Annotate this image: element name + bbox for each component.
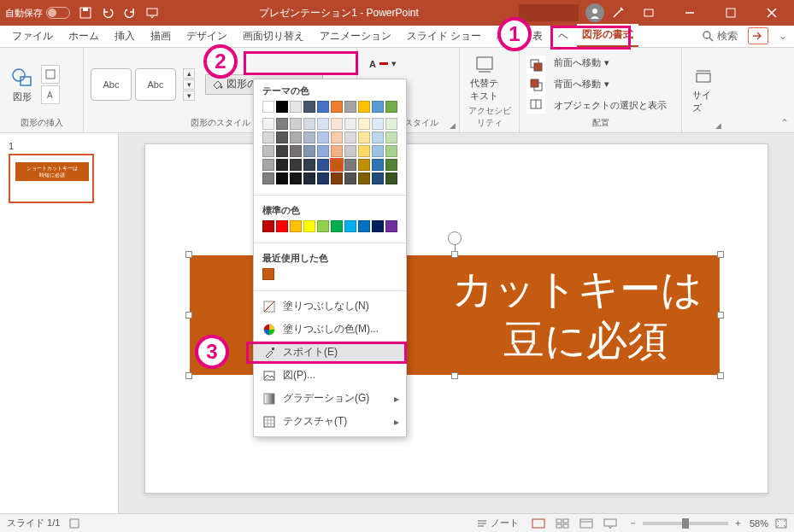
color-swatch[interactable] (290, 159, 302, 171)
coming-soon-icon[interactable] (611, 6, 625, 20)
color-swatch[interactable] (303, 132, 315, 143)
autosave-toggle[interactable]: 自動保存 (5, 7, 70, 20)
color-swatch[interactable] (344, 132, 356, 143)
color-swatch[interactable] (385, 132, 397, 143)
color-swatch[interactable] (344, 118, 356, 130)
share-button[interactable] (748, 27, 768, 44)
color-swatch[interactable] (290, 101, 302, 113)
color-swatch[interactable] (317, 159, 329, 171)
resize-handle[interactable] (451, 372, 458, 379)
color-swatch[interactable] (331, 145, 343, 157)
color-swatch[interactable] (262, 268, 274, 280)
color-swatch[interactable] (358, 132, 370, 143)
save-icon[interactable] (79, 6, 92, 20)
tab-design[interactable]: デザイン (179, 26, 234, 47)
color-swatch[interactable] (290, 220, 302, 232)
style-preview-2[interactable]: Abc (135, 68, 176, 101)
thumbnail-pane[interactable]: 1 ショートカットキーは 時短に必須 (0, 133, 119, 513)
color-swatch[interactable] (262, 145, 274, 157)
tab-shape-format[interactable]: 図形の書式 (577, 24, 638, 47)
resize-handle[interactable] (717, 312, 724, 319)
color-swatch[interactable] (344, 172, 356, 184)
color-swatch[interactable] (317, 172, 329, 184)
minimize-button[interactable] (673, 0, 707, 26)
color-swatch[interactable] (276, 220, 288, 232)
eyedropper-item[interactable]: スポイト(E) (254, 341, 406, 364)
color-swatch[interactable] (262, 220, 274, 232)
color-swatch[interactable] (331, 172, 343, 184)
gallery-more-icon[interactable]: ▾ (183, 91, 195, 101)
color-swatch[interactable] (358, 220, 370, 232)
color-swatch[interactable] (317, 132, 329, 143)
color-swatch[interactable] (358, 172, 370, 184)
color-swatch[interactable] (276, 101, 288, 113)
redo-icon[interactable] (123, 6, 137, 20)
spellcheck-icon[interactable] (68, 517, 80, 529)
color-swatch[interactable] (276, 145, 288, 157)
texture-fill-item[interactable]: テクスチャ(T)▸ (254, 410, 406, 433)
size-button[interactable]: サイズ (689, 67, 718, 116)
color-swatch[interactable] (317, 145, 329, 157)
resize-handle[interactable] (185, 251, 192, 258)
color-swatch[interactable] (303, 172, 315, 184)
slideshow-view-icon[interactable] (601, 517, 620, 530)
slide-canvas-area[interactable]: カットキーは 豆に必須 (119, 133, 794, 513)
color-swatch[interactable] (372, 118, 384, 130)
color-swatch[interactable] (262, 118, 274, 130)
color-swatch[interactable] (372, 172, 384, 184)
color-swatch[interactable] (290, 118, 302, 130)
color-swatch[interactable] (331, 132, 343, 143)
color-swatch[interactable] (331, 101, 343, 113)
dialog-launcher-icon[interactable]: ◢ (447, 120, 457, 131)
color-swatch[interactable] (317, 101, 329, 113)
zoom-in-button[interactable]: ＋ (733, 517, 743, 529)
color-swatch[interactable] (317, 118, 329, 130)
color-swatch[interactable] (290, 132, 302, 143)
send-backward-button[interactable]: 背面へ移動 ▾ (549, 75, 672, 94)
color-swatch[interactable] (358, 159, 370, 171)
color-swatch[interactable] (372, 132, 384, 143)
fit-window-icon[interactable] (775, 518, 787, 529)
color-swatch[interactable] (303, 145, 315, 157)
color-swatch[interactable] (290, 145, 302, 157)
tab-animations[interactable]: アニメーション (313, 26, 398, 47)
bring-front-icon[interactable] (526, 56, 545, 74)
selection-pane-icon[interactable] (526, 95, 545, 114)
color-swatch[interactable] (331, 220, 343, 232)
style-preview-1[interactable]: Abc (91, 68, 132, 101)
tab-transitions[interactable]: 画面切り替え (236, 26, 311, 47)
notes-button[interactable]: ノート (477, 517, 519, 529)
zoom-value[interactable]: 58% (750, 518, 768, 529)
color-swatch[interactable] (331, 159, 343, 171)
zoom-out-button[interactable]: － (628, 517, 638, 529)
color-swatch[interactable] (262, 159, 274, 171)
zoom-slider[interactable] (643, 522, 728, 525)
alt-text-button[interactable]: 代替テ キスト (467, 53, 502, 104)
user-avatar-icon[interactable] (585, 3, 604, 22)
text-box-icon[interactable]: A (41, 85, 60, 104)
dialog-launcher-icon[interactable]: ◢ (713, 120, 723, 131)
color-swatch[interactable] (276, 172, 288, 184)
tab-help[interactable]: ヘ (551, 26, 575, 47)
normal-view-icon[interactable] (529, 517, 548, 530)
color-swatch[interactable] (372, 101, 384, 113)
color-swatch[interactable] (358, 101, 370, 113)
tab-insert[interactable]: 挿入 (108, 26, 142, 47)
color-swatch[interactable] (276, 159, 288, 171)
sorter-view-icon[interactable] (553, 517, 572, 530)
color-swatch[interactable] (290, 172, 302, 184)
slide-thumbnail-1[interactable]: ショートカットキーは 時短に必須 (9, 154, 94, 203)
color-swatch[interactable] (303, 118, 315, 130)
color-swatch[interactable] (262, 132, 274, 143)
color-swatch[interactable] (358, 145, 370, 157)
resize-handle[interactable] (451, 251, 458, 258)
slide-canvas[interactable]: カットキーは 豆に必須 (144, 143, 768, 494)
chevron-down-icon[interactable]: ⌄ (779, 30, 787, 42)
color-swatch[interactable] (303, 101, 315, 113)
bring-forward-button[interactable]: 前面へ移動 ▾ (549, 54, 672, 73)
collapse-ribbon-icon[interactable]: ⌃ (780, 117, 789, 129)
autosave-pill[interactable] (46, 7, 70, 19)
edit-shape-icon[interactable] (41, 65, 60, 84)
color-swatch[interactable] (372, 145, 384, 157)
close-button[interactable] (755, 0, 789, 26)
